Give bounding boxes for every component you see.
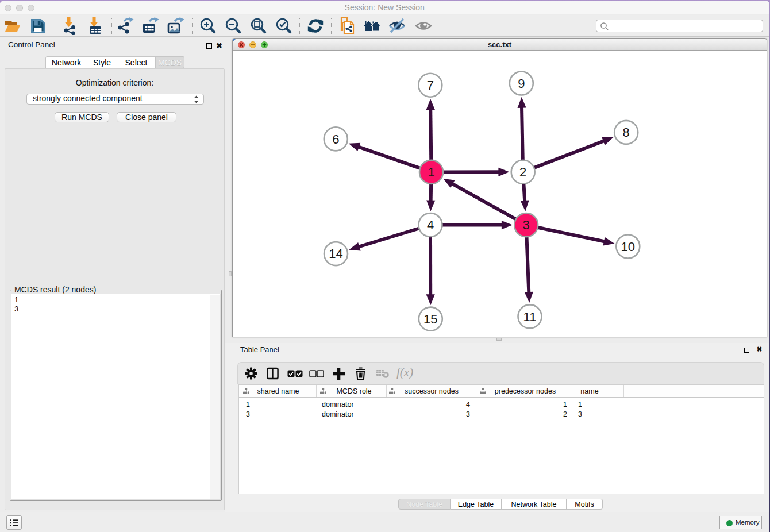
svg-text:4: 4 xyxy=(427,218,434,232)
svg-text:7: 7 xyxy=(427,78,434,92)
svg-text:6: 6 xyxy=(332,132,339,147)
svg-text:2: 2 xyxy=(519,165,526,179)
svg-text:1: 1 xyxy=(428,165,434,179)
svg-text:3: 3 xyxy=(523,218,530,232)
svg-text:8: 8 xyxy=(623,125,630,140)
svg-text:14: 14 xyxy=(329,246,342,261)
svg-text:9: 9 xyxy=(518,76,525,91)
svg-text:15: 15 xyxy=(424,312,437,326)
svg-text:11: 11 xyxy=(523,310,537,324)
svg-text:10: 10 xyxy=(621,240,635,254)
